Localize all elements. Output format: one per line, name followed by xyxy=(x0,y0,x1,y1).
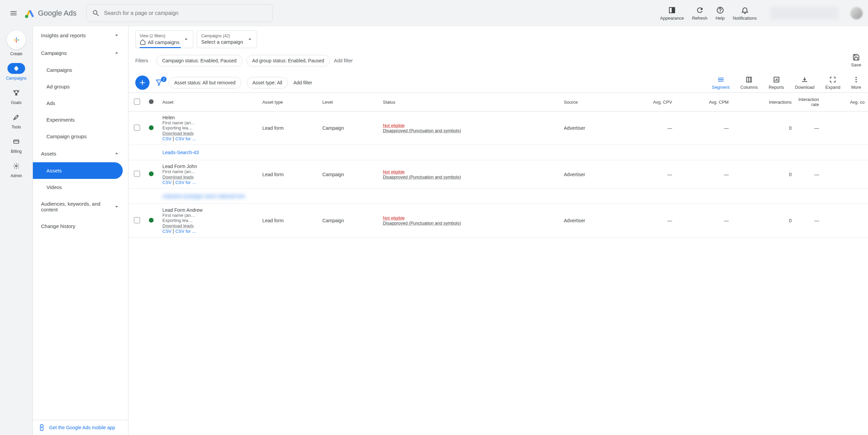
sidebar-item-experiments[interactable]: Experiments xyxy=(33,111,123,128)
header-interaction-rate[interactable]: Interaction rate xyxy=(795,93,823,111)
save-button[interactable]: Save xyxy=(851,54,861,67)
row-status-dot[interactable] xyxy=(145,160,159,189)
cell-status[interactable]: Not eligibleDisapproved (Punctuation and… xyxy=(379,160,560,189)
header-asset[interactable]: Asset xyxy=(159,93,259,111)
cell-asset[interactable]: HelenFirst name (an…Exporting lea…Downlo… xyxy=(159,111,259,145)
svg-point-4 xyxy=(720,12,721,12)
rail-campaigns[interactable]: Campaigns xyxy=(6,63,27,81)
add-asset-fab[interactable] xyxy=(135,76,150,90)
assets-table-container[interactable]: Asset Asset type Level Status Source Avg… xyxy=(129,93,868,435)
header-avg-cpv[interactable]: Avg. CPV xyxy=(620,93,675,111)
reports-button[interactable]: Reports xyxy=(769,76,784,90)
rail-create[interactable]: Create xyxy=(7,30,26,56)
sidebar-audiences[interactable]: Audiences, keywords, and content xyxy=(33,195,128,218)
mobile-download-icon xyxy=(38,424,45,431)
svg-point-6 xyxy=(16,165,17,167)
cell-avg-cpm: — xyxy=(675,160,732,189)
cell-level: Campaign xyxy=(319,204,380,237)
logo[interactable]: Google Ads xyxy=(24,8,77,19)
toolbar-add-filter[interactable]: Add filter xyxy=(293,80,312,85)
row-status-dot[interactable] xyxy=(145,111,159,145)
cell-level: Campaign xyxy=(319,160,380,189)
rail-goals[interactable]: Goals xyxy=(7,87,25,105)
sidebar-item-campaigns[interactable]: Campaigns xyxy=(33,62,123,78)
header-avg-co[interactable]: Avg. co xyxy=(822,93,868,111)
cell-level: Campaign xyxy=(319,111,380,145)
filter-chip-adgroup-status[interactable]: Ad group status: Enabled, Paused xyxy=(246,55,330,66)
download-button[interactable]: Download xyxy=(795,76,814,90)
header-source[interactable]: Source xyxy=(560,93,620,111)
rail-admin[interactable]: Admin xyxy=(7,161,25,178)
cell-asset-type: Lead form xyxy=(259,204,319,237)
table-header-row: Asset Asset type Level Status Source Avg… xyxy=(129,93,868,111)
search-input[interactable] xyxy=(104,10,267,16)
appearance-button[interactable]: Appearance xyxy=(660,6,684,21)
campaign-group-row[interactable]: redacted campaign name redacted text xyxy=(129,189,868,204)
campaign-group-row[interactable]: Leads-Search-43 xyxy=(129,145,868,160)
mobile-app-link[interactable]: Get the Google Ads mobile app xyxy=(33,420,128,435)
search-box[interactable] xyxy=(86,4,273,22)
rail-billing[interactable]: Billing xyxy=(7,136,25,154)
sidebar-item-campaign-groups[interactable]: Campaign groups xyxy=(33,128,123,145)
header-status[interactable]: Status xyxy=(379,93,560,111)
header-avg-cpm[interactable]: Avg. CPM xyxy=(675,93,732,111)
bell-icon xyxy=(741,6,749,14)
chip-asset-type[interactable]: Asset type: All xyxy=(247,77,288,88)
avatar[interactable] xyxy=(850,7,863,19)
download-icon xyxy=(801,76,808,83)
sidebar-change-history[interactable]: Change history xyxy=(33,218,128,234)
refresh-icon xyxy=(696,6,704,14)
toolbar: 2 Asset status: All but removed Asset ty… xyxy=(129,73,868,93)
filter-funnel-button[interactable]: 2 xyxy=(155,79,163,87)
svg-rect-8 xyxy=(747,77,752,82)
sidebar-campaigns-section[interactable]: Campaigns xyxy=(33,44,128,62)
chevron-down-icon xyxy=(183,36,190,43)
segment-icon xyxy=(717,76,725,83)
filter-chip-campaign-status[interactable]: Campaign status: Enabled, Paused xyxy=(156,55,242,66)
expand-button[interactable]: Expand xyxy=(825,76,840,90)
cell-avg-cpm: — xyxy=(675,204,732,237)
row-checkbox[interactable] xyxy=(129,160,145,189)
cell-interaction-rate: — xyxy=(795,111,823,145)
more-vert-icon xyxy=(852,76,860,83)
sidebar-insights[interactable]: Insights and reports xyxy=(33,26,128,44)
header-checkbox[interactable] xyxy=(129,93,145,111)
add-filter-link[interactable]: Add filter xyxy=(334,58,353,63)
logo-text: Google Ads xyxy=(38,9,77,18)
sidebar-item-ads[interactable]: Ads xyxy=(33,95,123,111)
header-asset-type[interactable]: Asset type xyxy=(259,93,319,111)
header-interactions[interactable]: Interactions xyxy=(732,93,795,111)
sidebar-item-videos[interactable]: Videos xyxy=(33,179,123,195)
appearance-icon xyxy=(668,6,676,14)
sidebar-assets-section[interactable]: Assets xyxy=(33,145,128,162)
header-level[interactable]: Level xyxy=(319,93,380,111)
segment-button[interactable]: Segment xyxy=(712,76,730,90)
main-menu-button[interactable] xyxy=(5,5,22,21)
refresh-button[interactable]: Refresh xyxy=(692,6,708,21)
sidebar-item-ad-groups[interactable]: Ad groups xyxy=(33,78,123,95)
cell-avg-cpv: — xyxy=(620,160,675,189)
card-icon xyxy=(13,138,20,145)
cell-asset[interactable]: Lead Form AndrewFirst name (an…Exporting… xyxy=(159,204,259,237)
header-state[interactable] xyxy=(145,93,159,111)
row-checkbox[interactable] xyxy=(129,204,145,237)
cell-avg-co xyxy=(822,204,868,237)
more-button[interactable]: More xyxy=(851,76,861,90)
columns-button[interactable]: Columns xyxy=(741,76,758,90)
cell-status[interactable]: Not eligibleDisapproved (Punctuation and… xyxy=(379,111,560,145)
cell-asset[interactable]: Lead Form JohnFirst name (an…Download le… xyxy=(159,160,259,189)
left-rail: Create Campaigns Goals Tools Billing xyxy=(0,26,33,435)
help-button[interactable]: Help xyxy=(715,6,725,21)
view-selector-campaign[interactable]: Campaigns (42) Select a campaign xyxy=(197,30,257,48)
view-selector-all-campaigns[interactable]: View (2 filters) All campaigns xyxy=(135,30,193,48)
notifications-button[interactable]: Notifications xyxy=(733,6,757,21)
sidebar-item-assets[interactable]: Assets xyxy=(33,162,123,179)
rail-tools[interactable]: Tools xyxy=(7,112,25,129)
row-status-dot[interactable] xyxy=(145,204,159,237)
chip-asset-status[interactable]: Asset status: All but removed xyxy=(169,77,241,88)
cell-status[interactable]: Not eligibleDisapproved (Punctuation and… xyxy=(379,204,560,237)
chevron-down-icon xyxy=(113,32,120,39)
trophy-icon xyxy=(13,89,20,96)
row-checkbox[interactable] xyxy=(129,111,145,145)
cell-interactions: 0 xyxy=(732,204,795,237)
